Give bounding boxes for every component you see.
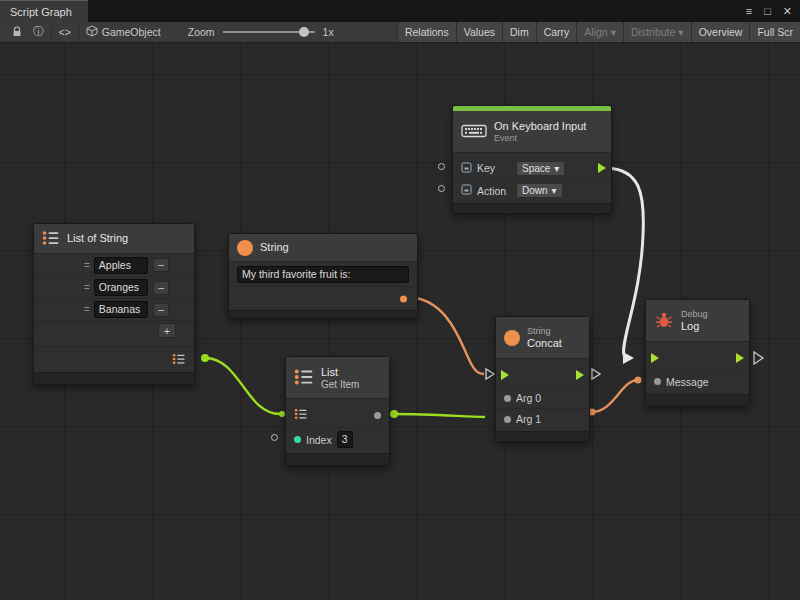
drag-handle-icon[interactable]: = <box>84 282 89 293</box>
zoom-slider-handle[interactable] <box>299 27 309 37</box>
key-label: Key <box>477 162 511 174</box>
gameobject-context[interactable]: GameObject <box>81 22 166 42</box>
list-item-field[interactable]: Oranges <box>94 279 148 296</box>
add-item-row: + <box>34 320 194 340</box>
code-preview-icon[interactable]: <> <box>54 22 76 42</box>
port-dot-getitem-output[interactable] <box>390 410 398 418</box>
port-ring-index[interactable] <box>271 434 278 441</box>
pane-menu-icon[interactable]: ≡ <box>746 5 752 17</box>
list-item-field[interactable]: Bananas <box>94 301 148 318</box>
flow-port-triangle-log-out[interactable] <box>754 352 763 364</box>
node-get-item[interactable]: List Get Item Index 3 <box>285 356 390 466</box>
node-string-literal[interactable]: String My third favorite fruit is: <box>228 233 418 319</box>
flow-row <box>496 363 589 387</box>
list-input-port-icon[interactable] <box>294 408 308 422</box>
tab-script-graph[interactable]: Script Graph <box>0 0 88 22</box>
wire-arrowhead-log-input <box>623 352 634 364</box>
add-item-button[interactable]: + <box>158 323 176 338</box>
arg1-input-port[interactable] <box>504 416 511 423</box>
action-dropdown[interactable]: Down ▾ <box>516 183 563 198</box>
close-icon[interactable]: ✕ <box>783 5 792 18</box>
node-footer <box>34 372 194 384</box>
flow-input-port[interactable] <box>501 370 509 380</box>
node-header: On Keyboard Input Event <box>453 111 611 153</box>
dim-button[interactable]: Dim <box>502 22 536 42</box>
node-header: List of String <box>34 224 194 254</box>
wire-concat-to-message[interactable] <box>592 380 638 412</box>
unity-cube-icon <box>86 25 98 39</box>
remove-item-button[interactable]: − <box>153 281 169 295</box>
node-on-keyboard-input[interactable]: On Keyboard Input Event Key Space ▾ Acti… <box>452 105 612 214</box>
item-output-port[interactable] <box>374 412 381 419</box>
flow-row <box>646 346 749 370</box>
list-item-field[interactable]: Apples <box>94 257 148 274</box>
node-title: Log <box>681 320 708 333</box>
overview-button[interactable]: Overview <box>691 22 750 42</box>
string-value-row: My third favorite fruit is: <box>229 262 417 286</box>
remove-item-button[interactable]: − <box>153 303 169 317</box>
drag-handle-icon[interactable]: = <box>84 260 89 271</box>
node-header: List Get Item <box>286 357 389 399</box>
index-input-port[interactable] <box>294 436 301 443</box>
flow-port-triangle-concat-out[interactable] <box>592 369 600 379</box>
index-field[interactable]: 3 <box>337 431 353 448</box>
tab-label: Script Graph <box>10 6 72 18</box>
string-output-port[interactable] <box>400 295 407 302</box>
graph-toolbar: ⓘ <> GameObject Zoom 1x Relations Values… <box>0 22 800 43</box>
maximize-icon[interactable]: □ <box>764 5 771 17</box>
port-ring-action[interactable] <box>438 185 445 192</box>
node-list-of-string[interactable]: List of String = Apples − = Oranges − = … <box>33 223 195 385</box>
string-output-row <box>229 286 417 310</box>
title-bar: Script Graph ≡ □ ✕ <box>0 0 800 22</box>
flow-output-port[interactable] <box>576 370 584 380</box>
keycap-icon <box>461 162 472 175</box>
zoom-slider[interactable] <box>223 31 315 33</box>
node-subtitle: Event <box>494 133 586 144</box>
info-icon[interactable]: ⓘ <box>28 22 49 42</box>
relations-button[interactable]: Relations <box>397 22 456 42</box>
key-dropdown[interactable]: Space ▾ <box>516 161 565 176</box>
wire-getitem-to-concat[interactable] <box>394 414 485 417</box>
list-item-row: = Bananas − <box>34 298 194 320</box>
string-type-icon <box>504 330 520 346</box>
remove-item-button[interactable]: − <box>153 258 169 272</box>
message-row: Message <box>646 370 749 392</box>
zoom-value: 1x <box>323 26 334 38</box>
index-label: Index <box>306 434 332 446</box>
node-footer <box>453 203 611 213</box>
flow-input-port[interactable] <box>651 353 659 363</box>
lock-icon[interactable] <box>6 22 28 42</box>
flow-output-port[interactable] <box>736 353 744 363</box>
message-label: Message <box>666 376 709 388</box>
distribute-button[interactable]: Distribute▾ <box>623 22 691 42</box>
drag-handle-icon[interactable]: = <box>84 304 89 315</box>
window-controls: ≡ □ ✕ <box>746 0 800 22</box>
node-footer <box>496 431 589 441</box>
node-footer <box>286 453 389 465</box>
graph-canvas[interactable]: On Keyboard Input Event Key Space ▾ Acti… <box>0 43 800 600</box>
port-dot-message-input[interactable] <box>635 377 642 384</box>
chevron-down-icon: ▾ <box>554 163 559 174</box>
wire-list-to-getitem[interactable] <box>205 358 280 414</box>
string-type-icon <box>237 240 253 256</box>
node-concat[interactable]: String Concat Arg 0 Arg 1 <box>495 316 590 442</box>
list-output-row <box>34 346 194 372</box>
node-debug-log[interactable]: Debug Log Message <box>645 299 750 407</box>
port-ring-key[interactable] <box>438 163 445 170</box>
list-output-port[interactable] <box>172 353 186 367</box>
unity-editor-window: Script Graph ≡ □ ✕ ⓘ <> GameObject Zoom … <box>0 0 800 600</box>
flow-output-port[interactable] <box>598 163 606 173</box>
flow-port-triangle-concat-in[interactable] <box>486 369 494 379</box>
chevron-down-icon: ▾ <box>611 26 616 38</box>
list-icon <box>294 368 314 388</box>
arg0-input-port[interactable] <box>504 395 511 402</box>
message-input-port[interactable] <box>654 378 661 385</box>
string-value-field[interactable]: My third favorite fruit is: <box>237 266 409 283</box>
list-item-row: = Apples − <box>34 254 194 276</box>
fullscreen-button[interactable]: Full Scr <box>749 22 800 42</box>
values-button[interactable]: Values <box>456 22 502 42</box>
carry-button[interactable]: Carry <box>536 22 577 42</box>
port-dot-list-output[interactable] <box>201 354 209 362</box>
key-row: Key Space ▾ <box>453 157 611 179</box>
align-button[interactable]: Align▾ <box>576 22 623 42</box>
